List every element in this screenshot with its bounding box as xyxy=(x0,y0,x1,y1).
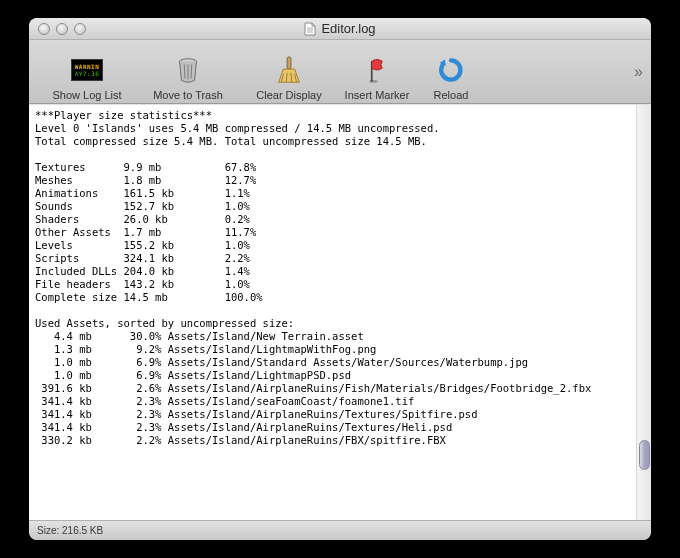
document-icon xyxy=(304,22,316,36)
svg-line-6 xyxy=(191,64,192,78)
flag-icon xyxy=(361,54,393,86)
reload-icon xyxy=(435,54,467,86)
svg-point-13 xyxy=(369,80,378,83)
log-text[interactable]: ***Player size statistics*** Level 0 'Is… xyxy=(29,105,651,451)
scroll-thumb[interactable] xyxy=(639,440,650,470)
toolbar-label: Insert Marker xyxy=(345,89,410,101)
toolbar-label: Reload xyxy=(434,89,469,101)
statusbar: Size: 216.5 KB xyxy=(29,520,651,540)
status-size-label: Size: 216.5 KB xyxy=(37,525,103,536)
show-log-list-button[interactable]: WARNINAY7:36 Show Log List xyxy=(41,43,133,101)
toolbar-label: Move to Trash xyxy=(153,89,223,101)
window-controls xyxy=(29,23,86,35)
app-window: Editor.log WARNINAY7:36 Show Log List Mo… xyxy=(29,18,651,540)
log-content-area: ***Player size statistics*** Level 0 'Is… xyxy=(29,104,651,520)
svg-line-4 xyxy=(184,64,185,78)
insert-marker-button[interactable]: Insert Marker xyxy=(335,43,419,101)
reload-button[interactable]: Reload xyxy=(419,43,483,101)
close-button[interactable] xyxy=(38,23,50,35)
move-to-trash-button[interactable]: Move to Trash xyxy=(133,43,243,101)
toolbar-label: Show Log List xyxy=(52,89,121,101)
window-title: Editor.log xyxy=(29,21,651,36)
minimize-button[interactable] xyxy=(56,23,68,35)
toolbar-label: Clear Display xyxy=(256,89,321,101)
zoom-button[interactable] xyxy=(74,23,86,35)
clear-display-button[interactable]: Clear Display xyxy=(243,43,335,101)
broom-icon xyxy=(273,54,305,86)
vertical-scrollbar[interactable] xyxy=(636,105,651,520)
window-title-text: Editor.log xyxy=(321,21,375,36)
toolbar-overflow-icon[interactable]: » xyxy=(634,63,643,81)
svg-rect-7 xyxy=(287,56,291,68)
titlebar[interactable]: Editor.log xyxy=(29,18,651,40)
trash-icon xyxy=(172,54,204,86)
warning-log-icon: WARNINAY7:36 xyxy=(71,54,103,86)
toolbar: WARNINAY7:36 Show Log List Move to Trash xyxy=(29,40,651,104)
